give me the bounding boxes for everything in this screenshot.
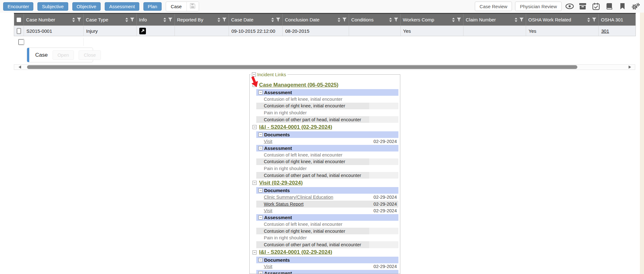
column-header-case_type[interactable]: Case Type [84, 14, 137, 26]
save-button[interactable] [187, 2, 199, 11]
osha-301-link[interactable]: 301 [601, 28, 609, 34]
select-all-checkbox[interactable] [17, 18, 21, 22]
filter-icon[interactable] [342, 18, 347, 22]
filter-icon[interactable] [130, 18, 134, 22]
item-text: Visit [256, 138, 369, 145]
collapse-minus-icon[interactable] [253, 181, 257, 185]
collapse-minus-icon[interactable] [252, 72, 256, 77]
item-text: Contusion of other part of head, initial… [256, 172, 369, 179]
section-link[interactable]: Visit (02-29-2024) [259, 180, 303, 186]
column-header-select[interactable] [14, 14, 24, 26]
column-header-conclusion_date[interactable]: Conclusion Date [283, 14, 349, 26]
group-label: Documents [264, 188, 290, 193]
column-header-reported_by[interactable]: Reported By [175, 14, 229, 26]
sort-icon[interactable] [452, 18, 455, 22]
section-link[interactable]: Case Management (06-05-2025) [259, 82, 338, 88]
nav-button-subjective[interactable]: Subjective [37, 2, 68, 11]
collapse-minus-icon[interactable] [258, 146, 263, 150]
item-text: Contusion of left knee, initial encounte… [256, 221, 369, 228]
collapse-minus-icon[interactable] [258, 271, 263, 274]
physician-review-button[interactable]: Physician Review [515, 2, 562, 11]
eye-icon-button[interactable] [564, 2, 575, 11]
sort-icon[interactable] [389, 18, 392, 22]
scrollbar-thumb[interactable] [27, 65, 577, 69]
collapse-minus-icon[interactable] [258, 133, 263, 137]
sort-icon[interactable] [514, 18, 518, 22]
sort-icon[interactable] [217, 18, 220, 22]
filter-icon[interactable] [394, 18, 398, 22]
scroll-left-arrow-icon[interactable] [19, 66, 21, 69]
calendar-check-icon-button[interactable] [591, 2, 601, 11]
section-link[interactable]: I&I - S2024-0001 (02-29-2024) [259, 124, 332, 130]
sort-icon[interactable] [163, 18, 166, 22]
calendar-check-icon [592, 3, 600, 10]
horizontal-scrollbar[interactable] [14, 64, 635, 70]
filter-icon[interactable] [592, 18, 596, 22]
item-date [369, 221, 398, 228]
column-header-workers_comp[interactable]: Workers Comp [401, 14, 464, 26]
sort-icon[interactable] [271, 18, 274, 22]
bookmark-icon-button[interactable] [617, 2, 628, 11]
scroll-right-arrow-icon[interactable] [629, 66, 631, 69]
collapse-minus-icon[interactable] [258, 215, 263, 220]
item-text: Contusion of left knee, initial encounte… [256, 96, 369, 103]
filter-icon[interactable] [457, 18, 461, 22]
column-header-osha_301[interactable]: OSHA 301 [599, 14, 636, 26]
sort-icon[interactable] [337, 18, 341, 22]
nav-button-assessment[interactable]: Assessment [105, 2, 139, 11]
tab-case[interactable]: Case [166, 4, 186, 9]
item-text: Contusion of right knee, initial encount… [256, 103, 369, 110]
column-header-claim_number[interactable]: Claim Number [464, 14, 526, 26]
group-label: Assessment [264, 146, 292, 151]
open-button[interactable]: Open [53, 50, 74, 60]
collapse-minus-icon[interactable] [258, 188, 263, 192]
item-link[interactable]: Visit [264, 139, 272, 144]
filter-icon[interactable] [519, 18, 524, 22]
collapse-minus-icon[interactable] [258, 90, 263, 94]
archive-icon-button[interactable] [577, 2, 588, 11]
column-header-osha_work_related[interactable]: OSHA Work Related [526, 14, 599, 26]
filter-icon[interactable] [168, 18, 172, 22]
filter-icon[interactable] [222, 18, 226, 22]
tree-item: Visit02-29-2024 [256, 263, 398, 270]
tree-groups: DocumentsVisit02-29-2024Assessment [256, 257, 398, 274]
collapse-minus-icon[interactable] [253, 83, 257, 87]
column-label: Reported By [177, 17, 203, 22]
column-header-info[interactable]: Info [137, 14, 175, 26]
column-header-case_number[interactable]: Case Number [24, 14, 84, 26]
book-icon-button[interactable] [604, 2, 614, 11]
case-review-button[interactable]: Case Review [475, 2, 512, 11]
filter-icon[interactable] [77, 18, 81, 22]
book-icon [606, 3, 613, 10]
nav-button-encounter[interactable]: Encounter [3, 2, 33, 11]
collapse-minus-icon[interactable] [253, 250, 257, 254]
case-panel: Case Open Close [27, 48, 93, 62]
nav-button-objective[interactable]: Objective [72, 2, 101, 11]
sort-icon[interactable] [72, 18, 75, 22]
tree-section-header: Case Management (06-05-2025) [253, 81, 400, 89]
group-label: Assessment [264, 271, 292, 274]
row-checkbox[interactable] [17, 28, 21, 34]
item-date: 02-29-2024 [369, 201, 398, 208]
close-button[interactable]: Close [79, 50, 101, 60]
column-header-case_date[interactable]: Case Date [229, 14, 283, 26]
settings-gears-icon-button[interactable] [630, 2, 641, 11]
table-header-row: Case NumberCase TypeInfoReported ByCase … [14, 14, 636, 26]
collapse-minus-icon[interactable] [258, 258, 263, 262]
cell-claim_number [464, 26, 526, 36]
item-text: Visit [256, 208, 369, 214]
tree-group-header-documents: Documents [256, 257, 398, 263]
section-link[interactable]: I&I - S2024-0001 (02-29-2024) [259, 249, 332, 255]
tree-section-header: I&I - S2024-0001 (02-29-2024) [253, 248, 400, 257]
sort-icon[interactable] [125, 18, 128, 22]
item-link[interactable]: Clinic Summary/Clinical Education [264, 195, 333, 200]
sort-icon[interactable] [587, 18, 590, 22]
case-tab-group: Case [166, 2, 199, 11]
nav-button-plan[interactable]: Plan [143, 2, 162, 11]
collapse-minus-icon[interactable] [253, 125, 257, 129]
column-header-conditions[interactable]: Conditions [349, 14, 401, 26]
item-link[interactable]: Work Status Report [264, 202, 303, 207]
filter-icon[interactable] [276, 18, 280, 22]
item-link[interactable]: Visit [264, 208, 272, 213]
item-link[interactable]: Visit [264, 264, 272, 269]
